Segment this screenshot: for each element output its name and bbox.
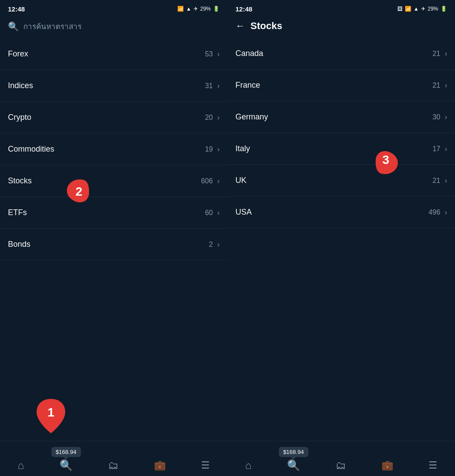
bottom-bar-right: ⌂ $168.94 🔍 🗂 💼 ☰ <box>228 441 455 476</box>
briefcase-icon-left: 💼 <box>154 460 166 471</box>
item-label-italy: Italy <box>235 144 250 153</box>
status-time-left: 12:48 <box>8 5 25 13</box>
list-item-uk[interactable]: UK 21 › <box>228 165 455 197</box>
signal-icon: 📶 <box>177 6 184 12</box>
list-item-indices[interactable]: Indices 31 › <box>0 70 228 102</box>
status-bar-right: 12:48 🖼 📶 ▲ ✈ 29% 🔋 <box>228 0 455 16</box>
wifi-icon-right: ▲ <box>414 6 419 12</box>
item-right-uk: 21 › <box>433 177 447 185</box>
chevron-bonds: › <box>217 241 220 249</box>
list-item-commodities[interactable]: Commodities 19 › <box>0 134 228 165</box>
chevron-crypto: › <box>217 114 220 122</box>
item-count-bonds: 2 <box>209 241 213 249</box>
price-value-right: $168.94 <box>283 449 304 455</box>
item-right-forex: 53 › <box>205 50 220 58</box>
nav-portfolio-right[interactable]: 🗂 <box>336 459 346 472</box>
portfolio-icon-right: 🗂 <box>336 459 346 472</box>
bottom-nav-right: ⌂ $168.94 🔍 🗂 💼 ☰ <box>228 459 455 472</box>
list-item-italy[interactable]: Italy 17 › <box>228 133 455 165</box>
list-item-germany[interactable]: Germany 30 › <box>228 101 455 133</box>
chevron-uk: › <box>445 177 447 185</box>
svg-text:1: 1 <box>48 405 55 419</box>
back-button[interactable]: ← <box>235 20 245 32</box>
page-title: Stocks <box>250 20 282 32</box>
list-item-stocks[interactable]: Stocks 606 › <box>0 165 228 197</box>
item-right-germany: 30 › <box>433 113 447 121</box>
item-count-commodities: 19 <box>205 145 213 153</box>
menu-icon-left: ☰ <box>201 460 210 471</box>
item-count-forex: 53 <box>205 50 213 58</box>
price-bubble-left: $168.94 <box>51 447 81 457</box>
item-count-indices: 31 <box>205 82 213 90</box>
item-label-canada: Canada <box>235 49 263 58</box>
item-label-usa: USA <box>235 208 252 217</box>
home-icon-left: ⌂ <box>18 459 24 472</box>
stocks-list: Canada 21 › France 21 › Germany 30 › Ita… <box>228 38 455 441</box>
nav-search-left[interactable]: $168.94 🔍 <box>60 459 73 472</box>
item-count-usa: 496 <box>429 208 440 216</box>
bottom-bar-left: ⌂ $168.94 🔍 🗂 💼 ☰ <box>0 441 228 476</box>
list-item-bonds[interactable]: Bonds 2 › <box>0 229 228 260</box>
list-item-usa[interactable]: USA 496 › <box>228 197 455 228</box>
annotation-bubble-2: 2 <box>63 177 98 210</box>
chevron-etfs: › <box>217 209 220 217</box>
item-label-commodities: Commodities <box>8 145 54 154</box>
annotation-bubble-1: 1 <box>34 398 67 437</box>
chevron-forex: › <box>217 50 220 58</box>
status-icons-left: 📶 ▲ ✈ 29% 🔋 <box>177 6 220 12</box>
nav-briefcase-right[interactable]: 💼 <box>381 460 393 471</box>
bottom-nav-left: ⌂ $168.94 🔍 🗂 💼 ☰ <box>0 459 228 472</box>
status-bar-left: 12:48 📶 ▲ ✈ 29% 🔋 <box>0 0 228 16</box>
item-count-germany: 30 <box>433 113 440 121</box>
item-right-bonds: 2 › <box>209 241 220 249</box>
right-panel: 12:48 🖼 📶 ▲ ✈ 29% 🔋 ← Stocks Canada 21 ›… <box>228 0 455 476</box>
airplane-icon: ✈ <box>194 6 198 12</box>
item-label-crypto: Crypto <box>8 113 31 122</box>
item-count-crypto: 20 <box>205 114 213 122</box>
photo-icon: 🖼 <box>397 6 403 12</box>
item-right-stocks: 606 › <box>201 177 220 185</box>
price-bubble-right: $168.94 <box>279 447 308 457</box>
chevron-france: › <box>445 82 447 89</box>
signal-icon-right: 📶 <box>405 6 411 12</box>
nav-briefcase-left[interactable]: 💼 <box>154 460 166 471</box>
nav-menu-left[interactable]: ☰ <box>201 460 210 471</box>
item-count-canada: 21 <box>433 50 440 58</box>
item-right-indices: 31 › <box>205 82 220 90</box>
item-count-uk: 21 <box>433 177 440 185</box>
item-right-italy: 17 › <box>433 145 447 153</box>
item-right-etfs: 60 › <box>205 209 220 217</box>
battery-right: 29% <box>428 6 438 12</box>
search-placeholder: การค้นหาตราสาร <box>23 20 82 32</box>
list-item-forex[interactable]: Forex 53 › <box>0 38 228 70</box>
item-label-forex: Forex <box>8 49 28 59</box>
search-bar[interactable]: 🔍 การค้นหาตราสาร <box>0 16 228 38</box>
nav-portfolio-left[interactable]: 🗂 <box>108 459 119 472</box>
wifi-icon: ▲ <box>186 6 191 12</box>
nav-home-left[interactable]: ⌂ <box>18 459 24 472</box>
nav-search-right[interactable]: $168.94 🔍 <box>287 459 300 472</box>
search-icon-left: 🔍 <box>60 459 73 472</box>
item-right-france: 21 › <box>433 82 447 89</box>
item-label-etfs: ETFs <box>8 208 27 217</box>
item-right-crypto: 20 › <box>205 114 220 122</box>
nav-menu-right[interactable]: ☰ <box>429 460 437 471</box>
list-item-canada[interactable]: Canada 21 › <box>228 38 455 70</box>
chevron-indices: › <box>217 82 220 90</box>
left-panel: 12:48 📶 ▲ ✈ 29% 🔋 🔍 การค้นหาตราสาร Forex… <box>0 0 228 476</box>
list-item-france[interactable]: France 21 › <box>228 70 455 101</box>
battery-left: 29% <box>200 6 211 12</box>
svg-text:3: 3 <box>382 153 389 167</box>
status-icons-right: 🖼 📶 ▲ ✈ 29% 🔋 <box>397 6 447 12</box>
item-right-canada: 21 › <box>433 50 447 58</box>
chevron-canada: › <box>445 50 447 58</box>
list-item-crypto[interactable]: Crypto 20 › <box>0 102 228 134</box>
list-item-etfs[interactable]: ETFs 60 › <box>0 197 228 229</box>
item-count-italy: 17 <box>433 145 440 153</box>
nav-home-right[interactable]: ⌂ <box>245 459 252 472</box>
item-right-usa: 496 › <box>429 208 447 216</box>
portfolio-icon-left: 🗂 <box>108 459 119 472</box>
chevron-usa: › <box>445 208 447 216</box>
airplane-icon-right: ✈ <box>421 6 425 12</box>
item-count-etfs: 60 <box>205 209 213 217</box>
